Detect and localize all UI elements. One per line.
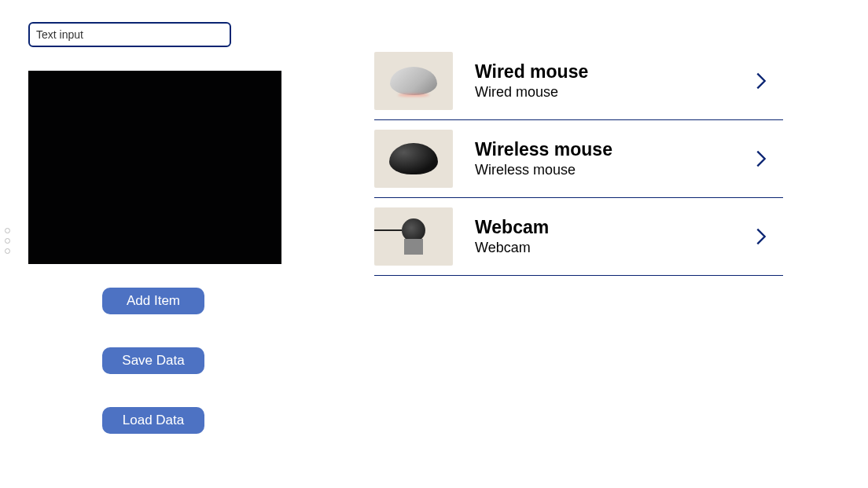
camera-preview: [28, 71, 281, 264]
nav-dot[interactable]: [5, 248, 10, 254]
left-panel: Add Item Save Data Load Data: [0, 0, 307, 488]
item-title: Webcam: [475, 217, 728, 238]
save-data-button[interactable]: Save Data: [102, 347, 204, 374]
item-text: Wired mouse Wired mouse: [475, 61, 728, 101]
item-thumbnail: [374, 207, 453, 266]
add-item-button[interactable]: Add Item: [102, 288, 204, 314]
item-title: Wireless mouse: [475, 139, 728, 160]
item-subtitle: Webcam: [475, 240, 728, 256]
chevron-right-icon: [750, 226, 772, 248]
list-item[interactable]: Wired mouse Wired mouse: [374, 42, 783, 120]
wired-mouse-icon: [390, 67, 437, 95]
item-name-input[interactable]: [28, 22, 231, 47]
webcam-icon: [400, 218, 427, 255]
load-data-button[interactable]: Load Data: [102, 407, 204, 434]
item-subtitle: Wireless mouse: [475, 162, 728, 178]
chevron-right-icon: [750, 70, 772, 92]
list-item[interactable]: Webcam Webcam: [374, 198, 783, 276]
nav-dot[interactable]: [5, 238, 10, 244]
item-thumbnail: [374, 130, 453, 188]
item-text: Wireless mouse Wireless mouse: [475, 139, 728, 178]
item-thumbnail: [374, 52, 453, 110]
item-title: Wired mouse: [475, 61, 728, 83]
chevron-right-icon: [750, 148, 772, 170]
right-panel: Wired mouse Wired mouse Wireless mouse W…: [307, 0, 868, 488]
item-subtitle: Wired mouse: [475, 84, 728, 101]
wireless-mouse-icon: [389, 143, 438, 174]
nav-dot[interactable]: [5, 228, 10, 233]
list-item[interactable]: Wireless mouse Wireless mouse: [374, 120, 783, 198]
item-text: Webcam Webcam: [475, 217, 728, 256]
item-list: Wired mouse Wired mouse Wireless mouse W…: [374, 42, 783, 276]
side-nav-dots: [5, 228, 10, 254]
